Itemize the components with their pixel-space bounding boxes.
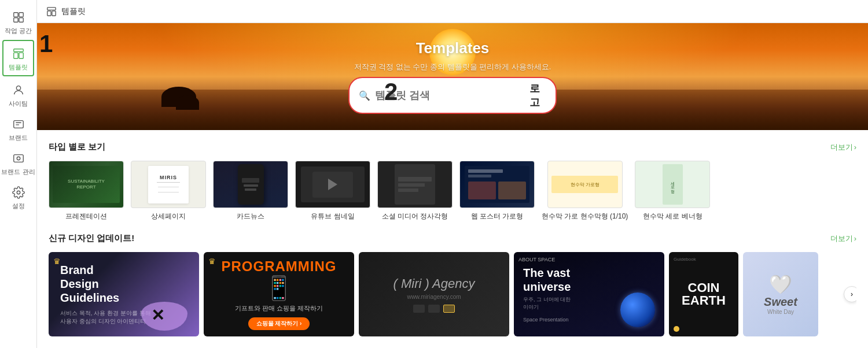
type-thumb-horizontal: 현수막 가로형 (547, 161, 623, 208)
programming-title: PROGRAMMING (222, 258, 337, 275)
sidebar-item-settings[interactable]: 설정 (0, 180, 36, 214)
miri-agency-text: ( Miri ) Agency (393, 276, 475, 291)
sidebar-item-workspace[interactable]: 작업 공간 (0, 5, 36, 39)
sidebar-label-members: 사이팀 (9, 99, 28, 108)
type-card-horizontal[interactable]: 현수막 가로형 현수막 가로 현수막형 (1/10) (542, 161, 628, 221)
svg-rect-9 (13, 155, 23, 162)
type-thumb-cardnews (213, 161, 288, 208)
type-thumb-presentation: SUSTAINABILITYREPORT (49, 161, 124, 208)
type-label-cardnews: 카드뉴스 (237, 212, 264, 221)
type-section-more[interactable]: 더보기 › (830, 142, 856, 153)
sidebar-item-template[interactable]: 템플릿 (2, 40, 34, 76)
svg-rect-14 (52, 11, 56, 16)
type-section-title: 타입 별로 보기 (49, 142, 105, 153)
type-thumb-web (459, 161, 535, 208)
type-card-detail[interactable]: MIRIS ———————————— 상세페이지 (131, 161, 206, 221)
sidebar-item-brand-manage[interactable]: 브랜드 관리 (0, 146, 36, 180)
heart-icon: 🤍 (769, 273, 792, 295)
search-icon: 🔍 (359, 90, 370, 101)
space-title: The vastuniverse (523, 266, 655, 294)
crown-icon: ♛ (53, 257, 61, 266)
svg-rect-13 (47, 11, 51, 16)
design-section-header: 신규 디자인 업데이트! 더보기 › (49, 233, 856, 244)
earth-icon (620, 293, 655, 327)
svg-point-7 (16, 86, 20, 90)
gear-icon (12, 186, 25, 199)
brand-design-title: BrandDesignGuidelines (60, 263, 187, 305)
design-card-miri[interactable]: ( Miri ) Agency www.miriagency.com (359, 252, 509, 336)
type-thumb-social (377, 161, 453, 208)
type-label-web: 웹 포스터 가로형 (471, 212, 524, 221)
programming-button[interactable]: 쇼핑몰 제작하기 › (248, 317, 310, 330)
type-card-social[interactable]: 소셜 미디어 정사각형 (377, 161, 453, 221)
template-icon (12, 47, 25, 61)
type-thumb-vertical: 세로형 (635, 161, 710, 208)
type-label-vertical: 현수막 세로 베너형 (643, 212, 703, 221)
topbar-title: 템플릿 (61, 6, 86, 17)
svg-rect-4 (13, 49, 23, 52)
brand-icon (12, 117, 25, 131)
sidebar-label-settings: 설정 (12, 202, 25, 210)
topbar-template-icon (46, 6, 57, 17)
design-cards-row: ♛ BrandDesignGuidelines 서비스 목적, 사용 환경 분야… (49, 252, 856, 336)
type-label-horizontal: 현수막 가로 현수막형 (1/10) (542, 212, 628, 221)
miri-sub: www.miriagency.com (393, 294, 475, 300)
type-label-youtube: 유튜브 썸네일 (311, 212, 354, 221)
design-section-title: 신규 디자인 업데이트! (49, 233, 134, 244)
hero-banner: Templates 저작권 걱정 없는 수만 종의 템플릿을 편리하게 사용하세… (37, 23, 868, 130)
hero-search-box[interactable]: 🔍 로고 (348, 77, 557, 114)
type-card-youtube[interactable]: 유튜브 썸네일 (295, 161, 370, 221)
design-card-coin[interactable]: Guidebook COINEARTH (669, 252, 738, 336)
sidebar-label-brand-manage: 브랜드 관리 (1, 168, 35, 176)
person-icon (12, 83, 25, 97)
brand-manage-icon (12, 151, 25, 165)
type-cards-row: SUSTAINABILITYREPORT 프레젠테이션 MIRIS ——————… (49, 161, 856, 221)
annotation-2: 2 (384, 78, 398, 106)
hero-subtitle: 저작권 걱정 없는 수만 종의 템플릿을 편리하게 사용하세요. (354, 62, 551, 72)
sidebar-label-brand: 브랜드 (9, 134, 28, 142)
type-thumb-youtube (295, 161, 370, 208)
phone-hand-icon: 📱 (264, 275, 293, 302)
design-next-button[interactable]: › (844, 286, 856, 302)
search-value-display: 로고 (529, 82, 546, 109)
design-card-sweet[interactable]: 🤍 Sweet White Day (743, 252, 818, 336)
content-area: 타입 별로 보기 더보기 › SUSTAINABILITYREPORT 프레젠테… (37, 130, 868, 348)
design-card-brand[interactable]: ♛ BrandDesignGuidelines 서비스 목적, 사용 환경 분야… (49, 252, 199, 336)
type-label-presentation: 프레젠테이션 (65, 212, 107, 221)
x-decoration: ✕ (151, 306, 164, 325)
hero-content: Templates 저작권 걱정 없는 수만 종의 템플릿을 편리하게 사용하세… (37, 23, 868, 130)
cloud-decoration (141, 302, 187, 331)
svg-rect-2 (13, 18, 17, 22)
hero-title: Templates (416, 39, 490, 57)
sidebar-label-template: 템플릿 (9, 63, 28, 72)
svg-point-11 (17, 191, 20, 194)
sweet-title: Sweet (764, 295, 797, 309)
svg-rect-0 (13, 13, 17, 17)
type-card-presentation[interactable]: SUSTAINABILITYREPORT 프레젠테이션 (49, 161, 124, 221)
svg-rect-8 (13, 121, 23, 128)
design-card-space[interactable]: ABOUT SPACE The vastuniverse 우주, 그 너머에 대… (514, 252, 664, 336)
workspace-icon (12, 10, 25, 24)
type-thumb-detail: MIRIS ———————————— (131, 161, 206, 208)
svg-rect-1 (19, 13, 23, 17)
svg-point-10 (17, 157, 20, 160)
sidebar-label-workspace: 작업 공간 (5, 27, 32, 35)
svg-rect-5 (13, 53, 17, 58)
crown-icon-2: ♛ (208, 257, 216, 266)
svg-rect-3 (19, 18, 23, 22)
type-card-web[interactable]: 웹 포스터 가로형 (459, 161, 535, 221)
type-section-header: 타입 별로 보기 더보기 › (49, 142, 856, 153)
sidebar: 작업 공간 템플릿 사이팀 브랜드 (0, 0, 37, 348)
sidebar-item-brand[interactable]: 브랜드 (0, 112, 36, 146)
type-card-vertical[interactable]: 세로형 현수막 세로 베너형 (635, 161, 710, 221)
design-section-more[interactable]: 더보기 › (830, 234, 856, 244)
svg-rect-6 (19, 53, 23, 58)
type-label-detail: 상세페이지 (151, 212, 186, 221)
main-content: 템플릿 Templates 저작권 걱정 없는 수만 종의 템플릿을 편리하게 … (37, 0, 868, 348)
coin-text: COINEARTH (682, 282, 726, 307)
design-card-programming[interactable]: ♛ PROGRAMMING 📱 기프트와 판매 쇼핑을 제작하기 쇼핑몰 제작하… (204, 252, 354, 336)
sidebar-item-members[interactable]: 사이팀 (0, 77, 36, 112)
type-label-social: 소셜 미디어 정사각형 (382, 212, 448, 221)
topbar: 템플릿 (37, 0, 868, 23)
type-card-cardnews[interactable]: 카드뉴스 (213, 161, 288, 221)
